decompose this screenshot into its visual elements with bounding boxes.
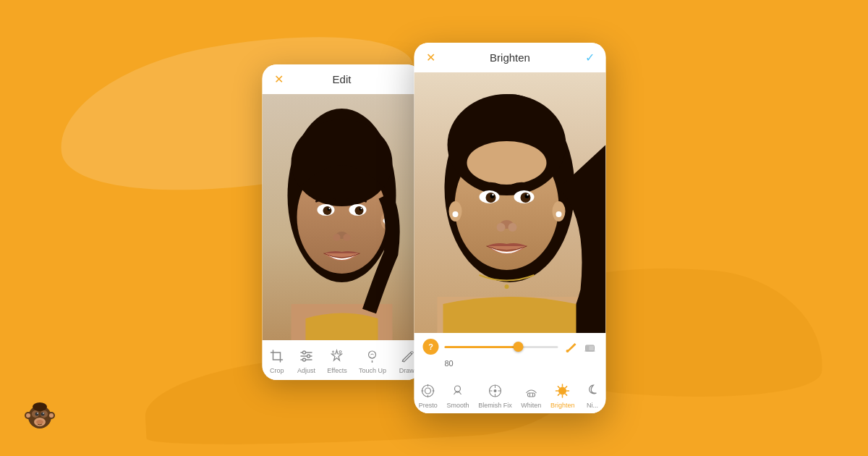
toolbar-item-effects[interactable]: Effects	[327, 347, 346, 374]
toolbar-item-draw[interactable]: Draw	[398, 347, 415, 374]
presto-label: Presto	[419, 402, 438, 409]
adjust-label: Adjust	[297, 367, 315, 374]
svg-point-27	[361, 208, 362, 209]
toolbar-item-adjust[interactable]: Adjust	[297, 347, 315, 374]
touchup-icon	[364, 347, 381, 365]
svg-point-57	[527, 194, 528, 195]
right-phone-header: ✕ Brighten ✓	[414, 43, 606, 72]
monkey-logo	[22, 398, 58, 434]
left-close-button[interactable]: ✕	[274, 72, 284, 86]
blemish-label: Blemish Fix	[478, 402, 512, 409]
svg-point-40	[339, 351, 341, 353]
right-phone-image	[414, 72, 606, 333]
left-phone-header: ✕ Edit	[263, 64, 422, 94]
effects-label: Effects	[327, 367, 346, 374]
slider-thumb[interactable]	[514, 342, 524, 352]
draw-label: Draw	[399, 367, 414, 374]
svg-point-22	[323, 206, 332, 215]
svg-point-70	[422, 385, 434, 397]
brighten-icon	[554, 382, 571, 400]
left-phone-title: Edit	[333, 73, 352, 85]
svg-point-41	[333, 351, 334, 352]
brighten-label: Brighten	[550, 402, 575, 409]
toolbar-item-blemish[interactable]: Blemish Fix	[478, 382, 512, 409]
svg-point-56	[492, 194, 493, 195]
svg-rect-68	[586, 345, 590, 351]
svg-point-7	[43, 413, 44, 414]
svg-line-93	[566, 394, 567, 395]
right-close-button[interactable]: ✕	[426, 51, 435, 64]
svg-point-6	[37, 413, 38, 414]
toolbar-item-brighten[interactable]: Brighten	[550, 382, 575, 409]
whiten-label: Whiten	[521, 402, 541, 409]
slider-track[interactable]	[445, 346, 558, 348]
toolbar-item-crop[interactable]: Crop	[268, 347, 286, 374]
svg-point-42	[369, 351, 376, 358]
presto-icon	[420, 382, 437, 400]
smooth-icon	[449, 382, 467, 400]
svg-point-64	[453, 211, 459, 217]
draw-icon	[398, 347, 415, 365]
svg-point-39	[302, 358, 305, 361]
whiten-icon	[522, 382, 540, 400]
left-phone-image	[263, 94, 422, 340]
svg-point-66	[566, 350, 569, 352]
night-label: Ni...	[587, 402, 598, 409]
svg-line-95	[558, 394, 560, 395]
toolbar-item-smooth[interactable]: Smooth	[446, 382, 469, 409]
svg-point-10	[26, 413, 30, 418]
right-phone-toolbar: Presto Smooth	[414, 376, 606, 413]
effects-icon	[328, 347, 346, 365]
svg-point-37	[302, 351, 305, 354]
svg-point-60	[509, 223, 517, 232]
svg-point-38	[307, 355, 310, 358]
svg-point-8	[36, 420, 43, 424]
svg-point-23	[355, 206, 364, 215]
left-phone-toolbar: Crop Adjust	[263, 340, 422, 380]
crop-icon	[268, 347, 286, 365]
slider-tools	[564, 339, 597, 354]
crop-label: Crop	[270, 367, 284, 374]
svg-point-5	[41, 413, 45, 416]
slider-value-row: 80	[423, 359, 597, 368]
svg-point-4	[35, 413, 39, 416]
svg-point-76	[455, 386, 461, 392]
svg-point-29	[333, 234, 341, 241]
svg-point-19	[292, 119, 393, 206]
svg-point-78	[493, 389, 496, 392]
toolbar-item-night[interactable]: Ni...	[584, 382, 601, 409]
svg-point-63	[556, 211, 562, 217]
help-button[interactable]: ?	[423, 339, 439, 355]
svg-point-49	[467, 141, 547, 185]
svg-point-71	[425, 388, 431, 394]
phones-container: ✕ Edit	[263, 43, 606, 413]
svg-line-94	[566, 387, 567, 388]
blemish-icon	[486, 382, 503, 400]
phone-left: ✕ Edit	[263, 64, 422, 380]
eraser-tool-icon[interactable]	[583, 339, 597, 354]
svg-point-12	[49, 413, 54, 418]
smooth-label: Smooth	[446, 402, 469, 409]
adjust-icon	[297, 347, 315, 365]
svg-point-26	[329, 208, 331, 209]
right-confirm-button[interactable]: ✓	[585, 51, 595, 64]
svg-point-13	[33, 402, 47, 411]
toolbar-item-touchup[interactable]: Touch Up	[359, 347, 386, 374]
svg-line-92	[558, 387, 560, 388]
brush-tool-icon[interactable]	[564, 339, 579, 354]
right-phone-title: Brighten	[490, 51, 530, 64]
phone-right: ✕ Brighten ✓	[414, 43, 606, 413]
slider-fill	[445, 346, 519, 348]
toolbar-item-presto[interactable]: Presto	[419, 382, 438, 409]
svg-point-30	[344, 234, 351, 241]
slider-value: 80	[445, 359, 454, 368]
night-icon	[584, 382, 601, 400]
toolbar-item-whiten[interactable]: Whiten	[521, 382, 541, 409]
slider-row: ?	[423, 339, 597, 355]
svg-point-59	[497, 223, 506, 232]
svg-point-65	[505, 284, 509, 289]
svg-point-96	[559, 387, 566, 394]
svg-rect-83	[527, 393, 535, 397]
adjustment-section: ?	[414, 333, 606, 376]
touchup-label: Touch Up	[359, 367, 386, 374]
